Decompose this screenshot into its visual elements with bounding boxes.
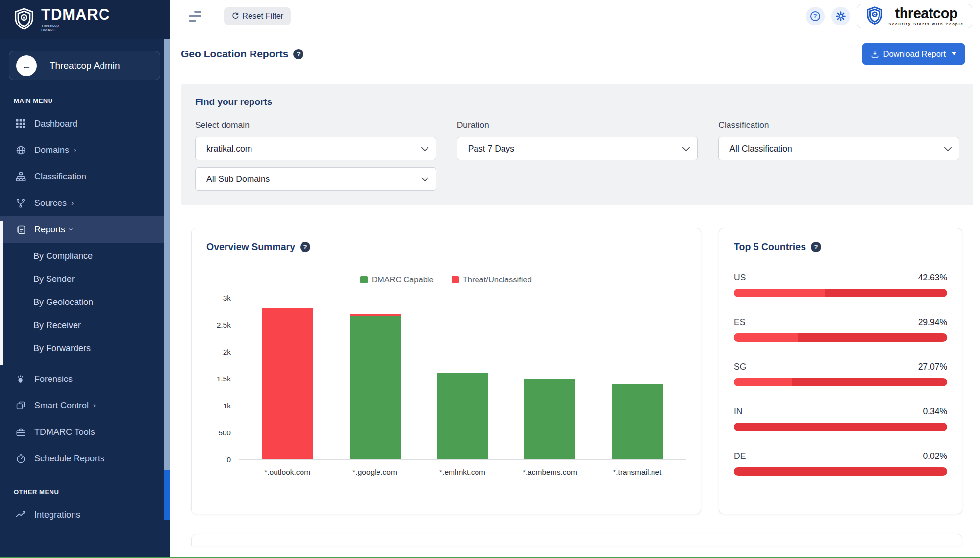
country-percent: 0.34% [923,406,947,417]
sidebar-item-integrations[interactable]: Integrations [0,502,170,528]
settings-button[interactable] [831,7,850,25]
select-domain-label: Select domain [195,120,436,130]
country-row-de: DE 0.02% [734,451,947,476]
submenu-item-by-geolocation[interactable]: By Geolocation [0,291,170,314]
sidebar-item-sources[interactable]: Sources › [0,190,170,216]
trend-line-icon [15,509,26,520]
download-report-button[interactable]: Download Report [862,43,965,65]
country-bar-track [734,289,947,297]
bar-segment-capable [350,316,401,459]
sidebar-scrollbar-track[interactable] [164,39,170,520]
overview-summary-card: Overview Summary ? DMARC Capable Threat/… [191,228,701,514]
topbar: Reset Filter ? [170,0,980,32]
branch-icon [15,198,26,208]
legend-dmarc-capable[interactable]: DMARC Capable [360,275,434,284]
classification-filter-group: Classification All Classification [718,120,959,191]
duration-label: Duration [457,120,698,130]
dashboard-grid-icon [15,119,26,128]
reports-submenu: By Compliance By Sender By Geolocation B… [0,243,170,360]
sidebar-item-dashboard[interactable]: Dashboard [0,110,170,137]
green-swatch-icon [360,276,368,283]
back-arrow-icon: ← [22,60,31,72]
sidebar-item-label: Dashboard [34,119,77,129]
main-area: Reset Filter ? [170,0,980,558]
bar-segment-threat [262,308,313,459]
subdomain-select[interactable]: All Sub Domains [195,167,436,191]
country-row-sg: SG 27.07% [734,362,947,386]
submenu-item-by-forwarders[interactable]: By Forwarders [0,337,170,360]
sidebar-item-label: Sources [34,198,67,208]
sidebar-item-schedule-reports[interactable]: Schedule Reports [0,445,170,472]
toolbox-icon [15,427,26,437]
top5-help-icon[interactable]: ? [811,242,821,252]
x-label: *.outlook.com [244,468,331,477]
chevron-right-icon: › [74,145,76,155]
duration-select-wrap: Past 7 Days [457,137,698,160]
country-code: SG [734,362,746,372]
back-arrow-avatar[interactable]: ← [16,55,37,76]
bar-transmail[interactable] [612,384,663,459]
domain-select[interactable]: kratikal.com [195,137,436,160]
chevron-right-icon: › [71,198,74,208]
sidebar-toggle-icon[interactable] [189,11,201,22]
bar-google[interactable] [350,314,401,459]
reset-filter-button[interactable]: Reset Filter [224,7,291,25]
sidebar-item-tdmarc-tools[interactable]: TDMARC Tools [0,419,170,445]
submenu-item-by-compliance[interactable]: By Compliance [0,245,170,268]
main-menu-label: MAIN MENU [14,97,170,104]
sidebar-item-label: Schedule Reports [34,454,104,464]
sidebar-item-label: Classification [34,172,86,182]
footprint-icon [15,374,26,384]
bar-segment-capable [437,373,488,459]
bar-outlook[interactable] [262,308,313,459]
country-bar-fill [734,289,825,297]
overview-help-icon[interactable]: ? [300,242,310,252]
y-axis: 3k 2.5k 2k 1.5k 1k 500 0 [206,298,239,460]
tdmarc-logo-title: TDMARC [41,7,110,22]
sidebar-item-label: Domains [34,145,69,155]
x-label: *.acmbems.com [506,468,593,477]
page-title-help-icon[interactable]: ? [293,49,303,59]
plot-area [239,298,686,460]
domain-filter-group: Select domain kratikal.com All Sub Domai… [195,120,436,191]
sidebar-scrollbar-thumb[interactable] [164,470,170,520]
sidebar-item-smart-control[interactable]: Smart Control › [0,392,170,419]
y-tick: 2k [223,348,231,356]
classification-select-wrap: All Classification [718,137,959,160]
profile-name: Threatcop Admin [50,60,120,71]
country-bar-fill [734,333,798,342]
profile-button[interactable]: ← Threatcop Admin [9,51,160,80]
classification-select[interactable]: All Classification [718,137,959,160]
threatcop-logo[interactable]: threatcop Security Starts with People [857,4,972,28]
domain-select-wrap: kratikal.com [195,137,436,160]
sidebar-item-classification[interactable]: Classification [0,163,170,190]
gear-icon [835,10,847,22]
sidebar-item-forensics[interactable]: Forensics [0,366,170,392]
submenu-item-by-receiver[interactable]: By Receiver [0,314,170,337]
sidebar-item-reports[interactable]: Reports › [0,216,170,243]
country-bar-track [734,423,947,431]
tdmarc-logo-text: TDMARC Threatcop DMARC [41,7,110,32]
country-percent: 29.94% [918,317,947,328]
threatcop-shield-icon [865,6,884,26]
x-label: *.emlmkt.com [419,468,506,477]
country-bar-track [734,333,947,342]
bar-segment-capable [524,379,575,459]
country-percent: 27.07% [918,362,947,372]
bar-emlmkt[interactable] [437,373,488,459]
duration-select[interactable]: Past 7 Days [457,137,698,160]
filter-grid: Select domain kratikal.com All Sub Domai… [195,120,959,191]
country-bar-track [734,378,947,386]
submenu-item-by-sender[interactable]: By Sender [0,268,170,291]
top5-countries-title: Top 5 Countries [734,241,806,253]
bar-acmbems[interactable] [524,379,575,459]
legend-threat-unclassified[interactable]: Threat/Unclassified [452,275,532,284]
sitemap-icon [15,172,26,182]
submenu-scroll-indicator[interactable] [0,221,3,365]
help-button[interactable]: ? [806,7,825,25]
refresh-icon [231,12,240,20]
tdmarc-logo[interactable]: TDMARC Threatcop DMARC [0,0,170,39]
next-card-top-edge [191,534,962,546]
other-menu-label: OTHER MENU [14,488,170,496]
sidebar-item-domains[interactable]: Domains › [0,137,170,163]
